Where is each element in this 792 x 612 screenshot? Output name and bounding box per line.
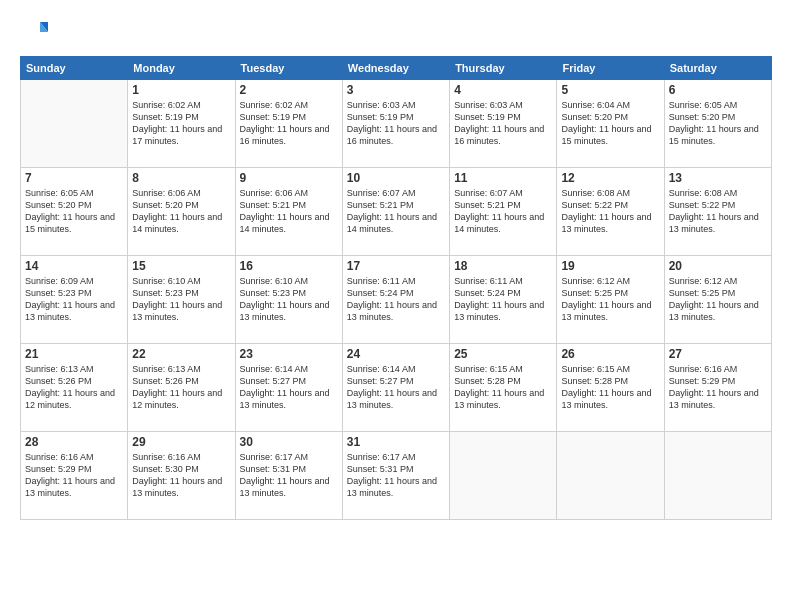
calendar-day-cell: 14Sunrise: 6:09 AMSunset: 5:23 PMDayligh…	[21, 256, 128, 344]
day-info: Sunrise: 6:07 AMSunset: 5:21 PMDaylight:…	[347, 187, 445, 236]
day-number: 24	[347, 347, 445, 361]
day-info: Sunrise: 6:12 AMSunset: 5:25 PMDaylight:…	[669, 275, 767, 324]
calendar-day-cell: 27Sunrise: 6:16 AMSunset: 5:29 PMDayligh…	[664, 344, 771, 432]
day-number: 12	[561, 171, 659, 185]
day-number: 1	[132, 83, 230, 97]
day-number: 21	[25, 347, 123, 361]
day-info: Sunrise: 6:02 AMSunset: 5:19 PMDaylight:…	[240, 99, 338, 148]
calendar-week-row: 7Sunrise: 6:05 AMSunset: 5:20 PMDaylight…	[21, 168, 772, 256]
calendar-day-cell: 17Sunrise: 6:11 AMSunset: 5:24 PMDayligh…	[342, 256, 449, 344]
calendar-day-cell: 23Sunrise: 6:14 AMSunset: 5:27 PMDayligh…	[235, 344, 342, 432]
calendar-day-cell	[450, 432, 557, 520]
calendar-day-cell: 2Sunrise: 6:02 AMSunset: 5:19 PMDaylight…	[235, 80, 342, 168]
day-info: Sunrise: 6:14 AMSunset: 5:27 PMDaylight:…	[347, 363, 445, 412]
calendar-day-cell: 25Sunrise: 6:15 AMSunset: 5:28 PMDayligh…	[450, 344, 557, 432]
day-number: 22	[132, 347, 230, 361]
calendar-day-cell	[664, 432, 771, 520]
day-number: 11	[454, 171, 552, 185]
day-number: 16	[240, 259, 338, 273]
day-info: Sunrise: 6:17 AMSunset: 5:31 PMDaylight:…	[240, 451, 338, 500]
day-info: Sunrise: 6:05 AMSunset: 5:20 PMDaylight:…	[25, 187, 123, 236]
day-number: 4	[454, 83, 552, 97]
day-number: 3	[347, 83, 445, 97]
day-number: 8	[132, 171, 230, 185]
calendar-day-cell: 30Sunrise: 6:17 AMSunset: 5:31 PMDayligh…	[235, 432, 342, 520]
calendar-day-cell: 29Sunrise: 6:16 AMSunset: 5:30 PMDayligh…	[128, 432, 235, 520]
day-number: 6	[669, 83, 767, 97]
calendar-day-cell: 1Sunrise: 6:02 AMSunset: 5:19 PMDaylight…	[128, 80, 235, 168]
day-info: Sunrise: 6:15 AMSunset: 5:28 PMDaylight:…	[454, 363, 552, 412]
calendar-week-row: 28Sunrise: 6:16 AMSunset: 5:29 PMDayligh…	[21, 432, 772, 520]
calendar-day-cell: 9Sunrise: 6:06 AMSunset: 5:21 PMDaylight…	[235, 168, 342, 256]
day-info: Sunrise: 6:09 AMSunset: 5:23 PMDaylight:…	[25, 275, 123, 324]
day-number: 31	[347, 435, 445, 449]
calendar-week-row: 14Sunrise: 6:09 AMSunset: 5:23 PMDayligh…	[21, 256, 772, 344]
day-number: 25	[454, 347, 552, 361]
calendar-day-cell: 19Sunrise: 6:12 AMSunset: 5:25 PMDayligh…	[557, 256, 664, 344]
logo-icon	[20, 18, 48, 46]
day-info: Sunrise: 6:06 AMSunset: 5:20 PMDaylight:…	[132, 187, 230, 236]
day-info: Sunrise: 6:03 AMSunset: 5:19 PMDaylight:…	[347, 99, 445, 148]
day-number: 20	[669, 259, 767, 273]
day-info: Sunrise: 6:16 AMSunset: 5:29 PMDaylight:…	[25, 451, 123, 500]
calendar-day-cell: 15Sunrise: 6:10 AMSunset: 5:23 PMDayligh…	[128, 256, 235, 344]
calendar-day-cell	[557, 432, 664, 520]
calendar-col-header: Wednesday	[342, 57, 449, 80]
calendar-week-row: 1Sunrise: 6:02 AMSunset: 5:19 PMDaylight…	[21, 80, 772, 168]
calendar-day-cell: 12Sunrise: 6:08 AMSunset: 5:22 PMDayligh…	[557, 168, 664, 256]
day-number: 28	[25, 435, 123, 449]
calendar-day-cell: 3Sunrise: 6:03 AMSunset: 5:19 PMDaylight…	[342, 80, 449, 168]
header	[20, 18, 772, 46]
day-info: Sunrise: 6:08 AMSunset: 5:22 PMDaylight:…	[561, 187, 659, 236]
day-info: Sunrise: 6:14 AMSunset: 5:27 PMDaylight:…	[240, 363, 338, 412]
day-number: 14	[25, 259, 123, 273]
calendar-day-cell: 16Sunrise: 6:10 AMSunset: 5:23 PMDayligh…	[235, 256, 342, 344]
day-info: Sunrise: 6:16 AMSunset: 5:29 PMDaylight:…	[669, 363, 767, 412]
calendar-day-cell: 4Sunrise: 6:03 AMSunset: 5:19 PMDaylight…	[450, 80, 557, 168]
calendar-col-header: Tuesday	[235, 57, 342, 80]
day-info: Sunrise: 6:13 AMSunset: 5:26 PMDaylight:…	[25, 363, 123, 412]
calendar-table: SundayMondayTuesdayWednesdayThursdayFrid…	[20, 56, 772, 520]
day-number: 27	[669, 347, 767, 361]
calendar-header-row: SundayMondayTuesdayWednesdayThursdayFrid…	[21, 57, 772, 80]
calendar-day-cell: 21Sunrise: 6:13 AMSunset: 5:26 PMDayligh…	[21, 344, 128, 432]
day-info: Sunrise: 6:07 AMSunset: 5:21 PMDaylight:…	[454, 187, 552, 236]
day-number: 23	[240, 347, 338, 361]
calendar-col-header: Sunday	[21, 57, 128, 80]
day-info: Sunrise: 6:05 AMSunset: 5:20 PMDaylight:…	[669, 99, 767, 148]
calendar-day-cell: 20Sunrise: 6:12 AMSunset: 5:25 PMDayligh…	[664, 256, 771, 344]
calendar-day-cell: 26Sunrise: 6:15 AMSunset: 5:28 PMDayligh…	[557, 344, 664, 432]
day-info: Sunrise: 6:10 AMSunset: 5:23 PMDaylight:…	[240, 275, 338, 324]
day-info: Sunrise: 6:04 AMSunset: 5:20 PMDaylight:…	[561, 99, 659, 148]
calendar-day-cell: 24Sunrise: 6:14 AMSunset: 5:27 PMDayligh…	[342, 344, 449, 432]
calendar-day-cell: 11Sunrise: 6:07 AMSunset: 5:21 PMDayligh…	[450, 168, 557, 256]
day-number: 19	[561, 259, 659, 273]
calendar-day-cell: 6Sunrise: 6:05 AMSunset: 5:20 PMDaylight…	[664, 80, 771, 168]
calendar-day-cell: 8Sunrise: 6:06 AMSunset: 5:20 PMDaylight…	[128, 168, 235, 256]
calendar-day-cell: 7Sunrise: 6:05 AMSunset: 5:20 PMDaylight…	[21, 168, 128, 256]
day-info: Sunrise: 6:11 AMSunset: 5:24 PMDaylight:…	[454, 275, 552, 324]
day-number: 15	[132, 259, 230, 273]
day-number: 17	[347, 259, 445, 273]
calendar-col-header: Saturday	[664, 57, 771, 80]
calendar-day-cell: 5Sunrise: 6:04 AMSunset: 5:20 PMDaylight…	[557, 80, 664, 168]
day-number: 9	[240, 171, 338, 185]
day-number: 18	[454, 259, 552, 273]
calendar-day-cell: 13Sunrise: 6:08 AMSunset: 5:22 PMDayligh…	[664, 168, 771, 256]
page: SundayMondayTuesdayWednesdayThursdayFrid…	[0, 0, 792, 612]
day-info: Sunrise: 6:10 AMSunset: 5:23 PMDaylight:…	[132, 275, 230, 324]
day-info: Sunrise: 6:15 AMSunset: 5:28 PMDaylight:…	[561, 363, 659, 412]
calendar-day-cell: 18Sunrise: 6:11 AMSunset: 5:24 PMDayligh…	[450, 256, 557, 344]
day-info: Sunrise: 6:11 AMSunset: 5:24 PMDaylight:…	[347, 275, 445, 324]
day-number: 7	[25, 171, 123, 185]
calendar-col-header: Friday	[557, 57, 664, 80]
calendar-day-cell: 31Sunrise: 6:17 AMSunset: 5:31 PMDayligh…	[342, 432, 449, 520]
day-info: Sunrise: 6:08 AMSunset: 5:22 PMDaylight:…	[669, 187, 767, 236]
day-number: 29	[132, 435, 230, 449]
day-info: Sunrise: 6:16 AMSunset: 5:30 PMDaylight:…	[132, 451, 230, 500]
calendar-day-cell: 28Sunrise: 6:16 AMSunset: 5:29 PMDayligh…	[21, 432, 128, 520]
calendar-week-row: 21Sunrise: 6:13 AMSunset: 5:26 PMDayligh…	[21, 344, 772, 432]
day-info: Sunrise: 6:03 AMSunset: 5:19 PMDaylight:…	[454, 99, 552, 148]
calendar-day-cell: 22Sunrise: 6:13 AMSunset: 5:26 PMDayligh…	[128, 344, 235, 432]
day-info: Sunrise: 6:02 AMSunset: 5:19 PMDaylight:…	[132, 99, 230, 148]
